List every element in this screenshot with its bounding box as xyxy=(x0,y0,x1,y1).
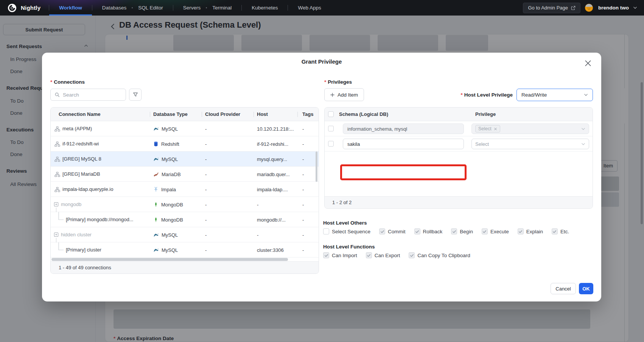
tree-elbow-icon xyxy=(56,242,64,258)
privilege-select[interactable]: Select xyxy=(471,139,589,149)
host-function-can-copy-to-clipboard[interactable]: Can Copy To Clipboard xyxy=(409,252,470,258)
horizontal-scrollbar[interactable] xyxy=(51,258,288,261)
chevron-down-icon xyxy=(581,127,585,131)
host-other-begin[interactable]: Begin xyxy=(451,228,473,234)
host-other-select-sequence[interactable]: Select Sequence xyxy=(323,228,370,234)
db-type-label: MySQL xyxy=(162,156,178,162)
column-header-cloud-provider: Cloud Provider xyxy=(205,108,240,121)
nav-item-sql-editor[interactable]: SQL Editor xyxy=(138,0,163,16)
modal-title: Grant Privilege xyxy=(42,58,601,65)
avatar[interactable] xyxy=(585,3,593,12)
db-type-label: MySQL xyxy=(162,247,178,253)
connections-table-header: Connection NameDatabase TypeCloud Provid… xyxy=(51,108,319,121)
connection-name: [Primary] mongodb://mongod... xyxy=(66,212,133,227)
checkbox-label: Rollback xyxy=(423,229,443,234)
row-checkbox[interactable] xyxy=(328,141,334,147)
db-type-label: MongoDB xyxy=(161,217,183,223)
cluster-node-icon xyxy=(54,156,60,162)
host-other-etc[interactable]: Etc. xyxy=(552,228,569,234)
column-header-tags: Tags xyxy=(302,108,313,121)
select-all-checkbox[interactable] xyxy=(328,111,334,117)
nav-item-kubernetes[interactable]: Kubernetes xyxy=(252,0,278,16)
privilege-row: sakilaSelect xyxy=(325,136,593,151)
connection-name: meta (APPM) xyxy=(62,121,92,136)
tag-close-icon[interactable] xyxy=(494,127,497,131)
host-level-privilege-select[interactable]: Read/Write xyxy=(516,89,593,101)
tags-cell: - xyxy=(302,227,304,242)
expand-plus-icon[interactable] xyxy=(54,202,59,207)
checkbox-label: Begin xyxy=(460,229,473,234)
tags-cell: - xyxy=(302,151,304,167)
connections-label: *Connections xyxy=(50,79,85,85)
checkbox[interactable] xyxy=(379,228,385,234)
close-icon[interactable] xyxy=(583,59,593,68)
db-type-cell: MongoDB xyxy=(153,212,183,227)
required-asterisk: * xyxy=(324,79,326,85)
db-type-cell: MySQL xyxy=(153,121,178,136)
checkbox[interactable] xyxy=(552,228,558,234)
go-to-admin-button[interactable]: Go to Admin Page xyxy=(523,3,580,13)
nav-item-workflow[interactable]: Workflow xyxy=(59,0,82,16)
column-divider xyxy=(202,112,202,117)
host-function-can-import[interactable]: Can Import xyxy=(323,252,357,258)
user-menu-chevron-down-icon[interactable] xyxy=(633,6,637,10)
cloud-provider-cell: - xyxy=(205,212,207,227)
connection-row[interactable]: [Primary] mongodb://mongod...MongoDB-mon… xyxy=(51,212,319,227)
cloud-provider-cell: - xyxy=(205,242,207,258)
connection-row[interactable]: mongodbMongoDB--- xyxy=(51,197,319,212)
cloud-provider-cell: - xyxy=(205,151,207,167)
connection-row[interactable]: [GREG] MariaDBMariaDB-mariadb.quer...- xyxy=(51,167,319,182)
ok-button[interactable]: OK xyxy=(579,283,593,294)
add-item-button[interactable]: Add Item xyxy=(324,88,364,101)
search-input[interactable] xyxy=(63,92,122,98)
checkbox[interactable] xyxy=(323,228,329,234)
checkbox-label: Select Sequence xyxy=(332,229,370,234)
filter-button[interactable] xyxy=(129,89,142,101)
host-other-execute[interactable]: Execute xyxy=(482,228,509,234)
cloud-provider-cell: - xyxy=(205,121,207,136)
connection-row[interactable]: hidden clusterMySQL--- xyxy=(51,227,319,242)
checkbox[interactable] xyxy=(414,228,420,234)
db-type-cell: MySQL xyxy=(153,151,178,167)
checkbox[interactable] xyxy=(482,228,488,234)
checkbox[interactable] xyxy=(323,252,329,258)
connection-row[interactable]: [GREG] MySQL 8MySQL-mysql.query...- xyxy=(51,151,319,167)
mysql-icon xyxy=(153,156,159,162)
checkbox[interactable] xyxy=(409,252,415,258)
cancel-button[interactable]: Cancel xyxy=(551,283,576,294)
nav-item-databases[interactable]: Databases xyxy=(102,0,127,16)
tags-cell: - xyxy=(302,182,304,197)
nav-item-web-apps[interactable]: Web Apps xyxy=(298,0,321,16)
app-logo-icon[interactable] xyxy=(8,3,17,12)
column-header-schema-logical-db: Schema (Logical DB) xyxy=(339,108,388,121)
nav-item-terminal[interactable]: Terminal xyxy=(212,0,232,16)
required-asterisk: * xyxy=(50,79,52,85)
connection-row[interactable]: impala-ldap.queryple.ioImpala-impala-lda… xyxy=(51,182,319,197)
connection-row[interactable]: [Primary] clusterMySQL-cluster:3306- xyxy=(51,242,319,258)
db-type-label: Redshift xyxy=(161,141,179,147)
mysql-icon xyxy=(153,232,159,238)
connection-row[interactable]: if-912-redshift-wiRedshift-if-912-redshi… xyxy=(51,136,319,151)
host-cell: mariadb.quer... xyxy=(257,167,290,182)
row-checkbox[interactable] xyxy=(328,126,334,131)
search-icon xyxy=(54,92,60,97)
checkbox[interactable] xyxy=(518,228,524,234)
db-type-label: MySQL xyxy=(162,126,178,132)
host-other-commit[interactable]: Commit xyxy=(379,228,406,234)
tags-cell: - xyxy=(302,242,304,258)
expand-plus-icon[interactable] xyxy=(54,232,59,237)
host-function-can-export[interactable]: Can Export xyxy=(366,252,400,258)
host-other-rollback[interactable]: Rollback xyxy=(414,228,443,234)
app-window: Nightly WorkflowDatabasesSQL EditorServe… xyxy=(0,0,644,342)
host-other-explain[interactable]: Explain xyxy=(518,228,543,234)
checkbox[interactable] xyxy=(366,252,372,258)
checkbox[interactable] xyxy=(451,228,457,234)
vertical-scrollbar[interactable] xyxy=(316,151,317,182)
nav-item-servers[interactable]: Servers xyxy=(183,0,201,16)
schema-input[interactable]: sakila xyxy=(343,139,464,149)
host-cell: mongodb://... xyxy=(257,212,286,227)
host-cell: - xyxy=(257,197,258,212)
nav-left: Nightly WorkflowDatabasesSQL EditorServe… xyxy=(0,0,331,16)
connections-pagination: 1 - 49 of 49 connections xyxy=(51,261,319,273)
connection-row[interactable]: meta (APPM)MySQL-10.120.21.218:...- xyxy=(51,121,319,136)
